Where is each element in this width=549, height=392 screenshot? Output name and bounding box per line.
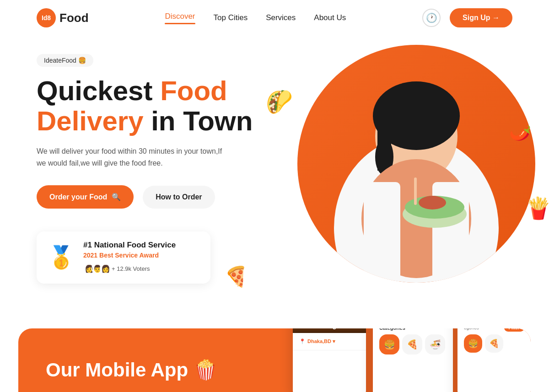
phone-2: 📍 Dhaka,BD ▾ 🔔 What do you want for Dinn…	[373, 328, 453, 392]
nav-links: Discover Top Cities Services About Us	[165, 12, 346, 24]
logo-badge: Id8	[37, 8, 56, 27]
logo[interactable]: Id8 Food	[37, 8, 89, 27]
voters-count: + 12.9k Voters	[112, 265, 150, 272]
nav-item-top-cities[interactable]: Top Cities	[214, 13, 248, 22]
nav-item-discover[interactable]: Discover	[165, 12, 195, 24]
phone-1: Chillox Chillox Burger 📍 Dhaka,BD ▾	[293, 328, 366, 392]
hero-section: 🌮 🌶️ 🍕 🍟 IdeateFood 🍔 Quickest Food Deli…	[0, 36, 549, 310]
award-card: 🥇 #1 National Food Service 2021 Best Ser…	[37, 231, 210, 284]
category-pizza[interactable]: 🍕	[402, 334, 422, 354]
search-icon: 🔍	[112, 193, 121, 201]
avatar-3: 👩	[100, 263, 112, 274]
cat-icon-2[interactable]: 🍕	[485, 334, 503, 353]
how-to-order-button[interactable]: How to Order	[143, 186, 215, 209]
hero-buttons: Order your Food 🔍 How to Order	[37, 185, 512, 209]
navbar: Id8 Food Discover Top Cities Services Ab…	[0, 0, 549, 36]
award-subtitle: 2021 Best Service Award	[83, 252, 176, 259]
phone-food-image: Chillox Chillox Burger	[293, 328, 366, 333]
cat-icon-1[interactable]: 🍔	[464, 334, 482, 353]
phone3-body: Search Your favourite food restaurant eg…	[458, 328, 531, 392]
phone3-filter-row: egories Filter	[464, 328, 524, 332]
award-info: #1 National Food Service 2021 Best Servi…	[83, 241, 176, 274]
voter-avatars: 👩 👨 👩	[83, 263, 108, 274]
hero-title-quickest: Quickest	[37, 75, 160, 106]
food-name: Chillox Burger	[298, 328, 361, 329]
phone2-categories: Categories	[379, 328, 447, 331]
phone-mockups: Chillox Chillox Burger 📍 Dhaka,BD ▾ 📍 Dh…	[293, 328, 531, 392]
mobile-title: Our Mobile App 🍿	[46, 359, 217, 381]
nav-item-about-us[interactable]: About Us	[314, 13, 346, 22]
nav-right: 🕐 Sign Up →	[422, 8, 512, 27]
signup-button[interactable]: Sign Up →	[450, 8, 512, 27]
phone-3: ← 📍 Dhaka,BD ▾ 🔔 ✕ Search Your favourite…	[458, 328, 531, 392]
clock-icon[interactable]: 🕐	[422, 9, 441, 27]
hero-badge: IdeateFood 🍔	[37, 54, 93, 67]
fries-icon: 🍟	[525, 196, 549, 220]
order-food-button[interactable]: Order your Food 🔍	[37, 185, 134, 209]
phone1-header: 📍 Dhaka,BD ▾	[293, 333, 366, 350]
nav-item-services[interactable]: Services	[266, 13, 296, 22]
mobile-app-section: Our Mobile App 🍿 Chillox	[18, 328, 531, 392]
award-voters: 👩 👨 👩 + 12.9k Voters	[83, 263, 176, 274]
hero-content: IdeateFood 🍔 Quickest Food Delivery in T…	[37, 45, 512, 284]
award-title: #1 National Food Service	[83, 241, 176, 250]
category-burger[interactable]: 🍔	[379, 334, 399, 354]
logo-name: Food	[59, 11, 89, 25]
filter-button[interactable]: Filter	[504, 328, 524, 332]
phone2-body: What do you want for Dinner 🔍 Search you…	[373, 328, 453, 392]
categories-label: egories	[464, 328, 479, 330]
hero-title-delivery: Delivery	[37, 106, 144, 136]
phone1-location: 📍 Dhaka,BD ▾	[299, 338, 360, 344]
hero-subtitle: We will deliver your food within 30 minu…	[37, 145, 229, 169]
food-overlay: Chillox Burger	[293, 328, 366, 333]
category-sushi[interactable]: 🍜	[425, 334, 445, 354]
hero-title-intown: in Town	[144, 106, 253, 136]
hero-title-food: Food	[160, 75, 227, 106]
pizza-icon: 🍕	[222, 263, 250, 289]
award-medal-icon: 🥇	[48, 245, 75, 270]
